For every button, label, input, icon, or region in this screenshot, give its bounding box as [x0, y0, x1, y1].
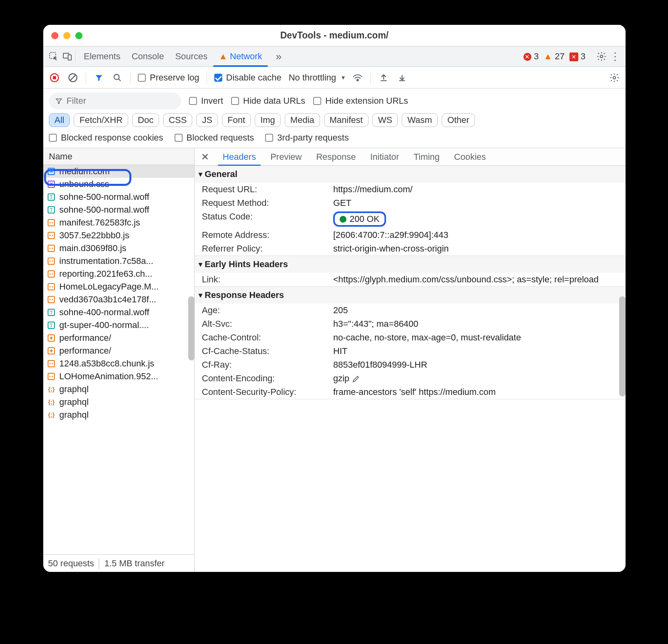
tab-console[interactable]: Console — [126, 46, 170, 66]
chip-fetch-xhr[interactable]: Fetch/XHR — [74, 113, 128, 127]
request-row[interactable]: {;}graphql — [43, 383, 194, 396]
request-row[interactable]: {;}graphql — [43, 396, 194, 409]
request-row[interactable]: performance/ — [43, 332, 194, 344]
chip-ws[interactable]: WS — [372, 113, 398, 127]
window-minimize-button[interactable] — [63, 32, 70, 39]
section-response-headers[interactable]: Response HeadersAge:205Alt-Svc:h3=":443"… — [195, 287, 626, 399]
filter-input-wrapper[interactable] — [49, 93, 181, 109]
detail-tab-cookies[interactable]: Cookies — [447, 148, 493, 165]
headers-content[interactable]: GeneralRequest URL:https://medium.com/Re… — [195, 166, 626, 572]
network-conditions-icon[interactable] — [352, 72, 363, 83]
more-menu-icon[interactable]: ⋮ — [610, 51, 621, 62]
request-row[interactable]: instrumentation.7c58a... — [43, 255, 194, 268]
tab-network[interactable]: ▲ Network — [213, 46, 268, 66]
request-row[interactable]: performance/ — [43, 344, 194, 357]
issue-counts[interactable]: ✕ 3 ▲ 27 ✕ 3 — [523, 51, 586, 62]
chip-doc[interactable]: Doc — [132, 113, 159, 127]
section-general[interactable]: GeneralRequest URL:https://medium.com/Re… — [195, 166, 626, 256]
request-row[interactable]: Tgt-super-400-normal.... — [43, 319, 194, 332]
chip-manifest[interactable]: Manifest — [324, 113, 368, 127]
chip-js[interactable]: JS — [196, 113, 218, 127]
request-name: gt-super-400-normal.... — [59, 320, 149, 330]
chip-media[interactable]: Media — [285, 113, 320, 127]
detail-tab-timing[interactable]: Timing — [406, 148, 447, 165]
svg-point-33 — [50, 274, 51, 275]
more-tabs-button[interactable]: » — [270, 46, 287, 66]
preserve-log-checkbox[interactable]: Preserve log — [138, 72, 199, 83]
blocked-requests-checkbox[interactable]: Blocked requests — [175, 133, 254, 143]
detail-tab-response[interactable]: Response — [309, 148, 363, 165]
chip-font[interactable]: Font — [222, 113, 251, 127]
third-party-checkbox[interactable]: 3rd-party requests — [265, 133, 349, 143]
settings-gear-icon[interactable] — [596, 51, 607, 62]
js-icon — [47, 244, 55, 252]
section-header[interactable]: Early Hints Headers — [195, 256, 626, 273]
scrollbar-thumb[interactable] — [619, 296, 626, 396]
filter-toggle-icon[interactable] — [93, 72, 105, 83]
column-header-name[interactable]: Name — [43, 148, 194, 165]
window-close-button[interactable] — [51, 32, 58, 39]
throttling-select[interactable]: No throttling▾ — [289, 72, 345, 83]
section-header[interactable]: Response Headers — [195, 287, 626, 304]
download-har-icon[interactable] — [396, 72, 408, 83]
scrollbar-thumb[interactable] — [188, 296, 195, 360]
request-row[interactable]: manifest.762583fc.js — [43, 216, 194, 229]
header-row: Referrer Policy:strict-origin-when-cross… — [195, 242, 626, 256]
window-zoom-button[interactable] — [75, 32, 82, 39]
header-key: Content-Encoding: — [202, 373, 330, 384]
chip-all[interactable]: All — [49, 113, 70, 127]
js-icon — [47, 270, 55, 278]
section-header[interactable]: General — [195, 166, 626, 183]
request-row[interactable]: LOHomeAnimation.952... — [43, 370, 194, 383]
chip-img[interactable]: Img — [255, 113, 281, 127]
request-row[interactable]: Tsohne-400-normal.woff — [43, 306, 194, 319]
svg-point-3 — [600, 55, 603, 58]
request-row[interactable]: medium.com — [43, 165, 194, 178]
svg-point-37 — [52, 286, 53, 288]
request-row[interactable]: HomeLoLegacyPage.M... — [43, 280, 194, 293]
svg-rect-26 — [48, 245, 54, 252]
filter-input[interactable] — [66, 96, 175, 106]
section-early-hints-headers[interactable]: Early Hints HeadersLink:<https://glyph.m… — [195, 256, 626, 287]
chip-other[interactable]: Other — [442, 113, 475, 127]
edit-icon[interactable] — [352, 374, 360, 383]
header-value: 200 OK — [333, 211, 621, 227]
detail-tab-preview[interactable]: Preview — [263, 148, 309, 165]
request-row[interactable]: Tsohne-500-normal.woff — [43, 191, 194, 203]
request-row[interactable]: vedd3670a3b1c4e178f... — [43, 293, 194, 306]
request-list[interactable]: medium.comunbound.cssTsohne-500-normal.w… — [43, 165, 194, 554]
request-row[interactable]: reporting.2021fe63.ch... — [43, 268, 194, 280]
request-row[interactable]: {;}graphql — [43, 409, 194, 421]
upload-har-icon[interactable] — [378, 72, 389, 83]
request-row[interactable]: main.d3069f80.js — [43, 242, 194, 255]
device-toolbar-icon[interactable] — [62, 51, 73, 62]
header-value: frame-ancestors 'self' https://medium.co… — [333, 387, 621, 397]
invert-checkbox[interactable]: Invert — [189, 96, 223, 106]
tab-sources[interactable]: Sources — [169, 46, 213, 66]
network-settings-icon[interactable] — [609, 72, 620, 83]
blocked-cookies-checkbox[interactable]: Blocked response cookies — [49, 133, 163, 143]
header-value: GET — [333, 198, 621, 208]
detail-tab-headers[interactable]: Headers — [215, 148, 263, 165]
request-row[interactable]: 3057.5e22bbb0.js — [43, 229, 194, 242]
close-details-button[interactable]: ✕ — [196, 151, 214, 163]
record-button[interactable] — [49, 72, 60, 83]
request-row[interactable]: Tsohne-500-normal.woff — [43, 203, 194, 216]
svg-point-31 — [52, 261, 53, 262]
request-row[interactable]: unbound.css — [43, 178, 194, 191]
request-row[interactable]: 1248.a53b8cc8.chunk.js — [43, 357, 194, 370]
inspect-element-icon[interactable] — [48, 51, 59, 62]
hide-extension-urls-checkbox[interactable]: Hide extension URLs — [313, 96, 408, 106]
header-key: Cache-Control: — [202, 332, 330, 343]
tab-elements[interactable]: Elements — [78, 46, 126, 66]
funnel-icon — [55, 97, 62, 105]
hide-data-urls-checkbox[interactable]: Hide data URLs — [231, 96, 305, 106]
chip-wasm[interactable]: Wasm — [402, 113, 438, 127]
request-name: medium.com — [59, 166, 110, 177]
chip-css[interactable]: CSS — [163, 113, 192, 127]
clear-button[interactable] — [67, 72, 78, 83]
disable-cache-checkbox[interactable]: Disable cache — [214, 72, 282, 83]
detail-tab-initiator[interactable]: Initiator — [363, 148, 406, 165]
request-name: 1248.a53b8cc8.chunk.js — [59, 358, 154, 369]
search-icon[interactable] — [112, 72, 123, 83]
